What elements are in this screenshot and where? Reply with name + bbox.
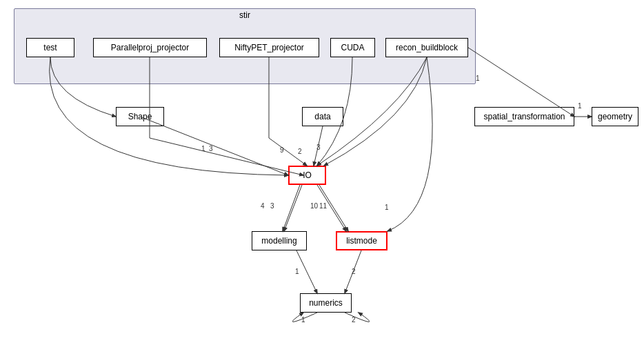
- node-niftypet: NiftyPET_projector: [219, 38, 319, 57]
- node-listmode: listmode: [336, 231, 388, 250]
- edge-label-io-mod-3: 3: [270, 202, 274, 210]
- node-parallelproj: Parallelproj_projector: [93, 38, 207, 57]
- node-spatial-transformation: spatial_transformation: [474, 107, 574, 126]
- stir-label: stir: [14, 10, 475, 20]
- edge-label-num-1: 1: [301, 316, 305, 324]
- edge-label-mod-num-1: 1: [295, 268, 299, 275]
- node-geometry: geometry: [592, 107, 638, 126]
- edge-label-data-3: 3: [316, 144, 321, 151]
- edge-label-recon-list-1: 1: [385, 204, 389, 211]
- svg-line-0: [468, 48, 574, 117]
- edge-label-list-num-2: 2: [352, 268, 356, 275]
- node-recon-buildblock: recon_buildblock: [385, 38, 468, 57]
- edge-label-recon-spatial: 1: [476, 75, 480, 82]
- edge-label-recon-io-9: 9: [280, 146, 284, 154]
- node-data: data: [302, 107, 343, 126]
- edge-label-recon-io-2: 2: [298, 148, 302, 155]
- node-cuda: CUDA: [330, 38, 375, 57]
- node-io: IO: [288, 166, 326, 185]
- node-numerics: numerics: [300, 293, 352, 313]
- svg-line-8: [296, 250, 317, 293]
- node-test: test: [26, 38, 74, 57]
- edge-label-shape-1: 1: [201, 145, 205, 152]
- edge-label-shape-3: 3: [209, 145, 213, 152]
- node-modelling: modelling: [252, 231, 307, 250]
- edge-label-io-list-11: 11: [319, 202, 327, 210]
- edge-label-spatial-geo: 1: [578, 102, 582, 110]
- svg-line-5: [284, 185, 302, 231]
- edge-label-io-mod-4: 4: [261, 202, 265, 210]
- svg-line-4: [283, 185, 300, 231]
- edge-label-num-2: 2: [352, 316, 356, 324]
- edge-label-io-list-10: 10: [310, 202, 318, 210]
- node-shape: Shape: [116, 107, 164, 126]
- diagram-container: stir test Parallelproj_projector NiftyPE…: [0, 0, 644, 345]
